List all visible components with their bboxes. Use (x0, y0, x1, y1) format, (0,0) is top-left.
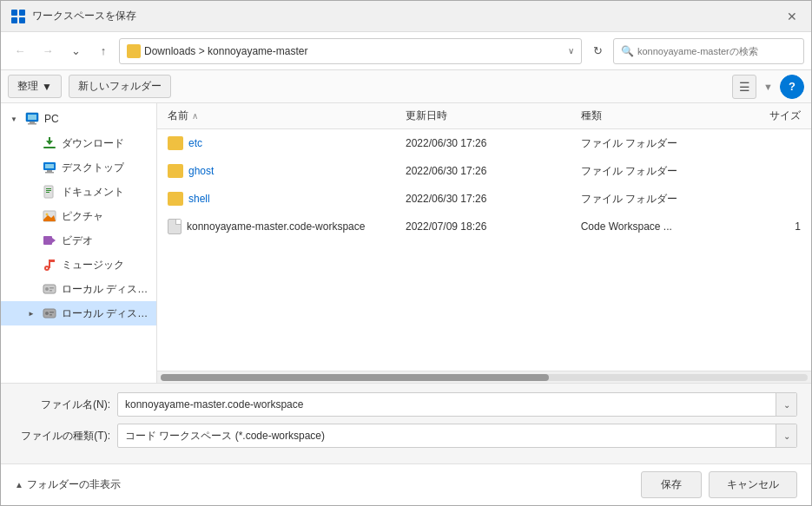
file-row-ghost[interactable]: ghost 2022/06/30 17:26 ファイル フォルダー (157, 157, 811, 185)
filename-dropdown-arrow[interactable]: ⌄ (776, 393, 796, 416)
refresh-button[interactable]: ↻ (585, 39, 610, 63)
folder-icon-shell (168, 192, 183, 206)
title-bar: ワークスペースを保存 ✕ (1, 1, 811, 32)
sidebar-label-download: ダウンロード (62, 136, 124, 151)
expand-icon-drive-d: ► (25, 307, 37, 319)
svg-rect-15 (46, 188, 51, 189)
desktop-icon (43, 161, 56, 174)
svg-rect-12 (47, 170, 52, 172)
file-type-shell: ファイル フォルダー (574, 192, 723, 207)
organize-button[interactable]: 整理 ▼ (8, 75, 62, 98)
svg-point-28 (45, 287, 49, 291)
sidebar-label-drive-c: ローカル ディスク (C (62, 282, 149, 297)
svg-rect-13 (45, 172, 54, 174)
pc-icon (25, 112, 39, 126)
file-list-body: etc 2022/06/30 17:26 ファイル フォルダー ghost 20… (157, 129, 811, 371)
main-area: ▼ PC ► (1, 103, 811, 383)
sidebar-item-drive-c[interactable]: ► ローカル ディスク (C (1, 277, 156, 301)
file-row-shell[interactable]: shell 2022/06/30 17:26 ファイル フォルダー (157, 185, 811, 213)
sidebar-label-pictures: ピクチャ (62, 209, 103, 224)
new-folder-button[interactable]: 新しいフォルダー (69, 75, 171, 98)
svg-rect-8 (43, 147, 56, 148)
address-bar: ← → ⌄ ↑ Downloads > konnoyayame-master ∨… (1, 32, 811, 70)
back-button[interactable]: ← (8, 39, 32, 63)
filetype-input-wrapper: ⌄ (117, 424, 797, 448)
download-icon (43, 136, 56, 150)
file-row-etc[interactable]: etc 2022/06/30 17:26 ファイル フォルダー (157, 129, 811, 157)
svg-rect-26 (50, 260, 55, 262)
forward-button[interactable]: → (36, 39, 60, 63)
search-input[interactable] (637, 46, 796, 56)
save-button[interactable]: 保存 (641, 471, 702, 498)
sidebar-item-drive-d[interactable]: ► ローカル ディスク (D (1, 301, 156, 325)
sidebar-label-drive-d: ローカル ディスク (D (62, 306, 149, 321)
docs-icon (43, 185, 56, 199)
cancel-button[interactable]: キャンセル (709, 471, 797, 498)
file-name-etc: etc (161, 136, 399, 150)
new-folder-label: 新しいフォルダー (78, 79, 162, 94)
svg-marker-22 (52, 238, 56, 243)
sidebar-label-videos: ビデオ (62, 233, 93, 248)
filename-input-wrapper: ⌄ (117, 392, 797, 417)
sidebar-label-docs: ドキュメント (62, 185, 124, 200)
col-header-name[interactable]: 名前 ∧ (161, 103, 399, 128)
dropdown-button[interactable]: ⌄ (63, 39, 88, 63)
file-size-workspace: 1 (722, 220, 808, 233)
file-list-area: 名前 ∧ 更新日時 種類 サイズ etc (157, 103, 811, 383)
help-icon: ? (789, 80, 795, 93)
view-button[interactable]: ☰ (732, 75, 756, 99)
help-button[interactable]: ? (780, 75, 804, 99)
svg-rect-30 (50, 290, 52, 292)
toggle-label: フォルダーの非表示 (27, 477, 121, 492)
filetype-row: ファイルの種類(T): ⌄ (15, 424, 797, 448)
filename-row: ファイル名(N): ⌄ (15, 392, 797, 417)
close-button[interactable]: ✕ (783, 8, 801, 25)
horizontal-scrollbar[interactable] (157, 371, 811, 383)
up-button[interactable]: ↑ (91, 39, 116, 63)
sidebar: ▼ PC ► (1, 103, 157, 383)
col-header-date[interactable]: 更新日時 (399, 103, 574, 128)
filetype-dropdown-arrow[interactable]: ⌄ (776, 424, 796, 447)
sidebar-item-download[interactable]: ► ダウンロード (1, 131, 156, 155)
svg-rect-3 (19, 17, 25, 23)
file-list-header: 名前 ∧ 更新日時 種類 サイズ (157, 103, 811, 129)
bottom-buttons: ▲ フォルダーの非表示 保存 キャンセル (1, 463, 811, 505)
toggle-icon: ▲ (15, 480, 23, 490)
filename-label: ファイル名(N): (15, 398, 110, 412)
svg-rect-6 (30, 122, 35, 123)
svg-rect-29 (50, 287, 54, 289)
svg-rect-33 (50, 312, 54, 313)
file-row-workspace[interactable]: konnoyayame-master.code-workspace 2022/0… (157, 213, 811, 240)
svg-rect-25 (49, 260, 50, 268)
sidebar-item-music[interactable]: ► ミュージック (1, 253, 156, 277)
app-icon (11, 10, 25, 23)
drive-d-icon (43, 306, 56, 320)
file-date-etc: 2022/06/30 17:26 (399, 137, 574, 149)
sidebar-item-pc[interactable]: ▼ PC (1, 107, 156, 131)
dialog-title: ワークスペースを保存 (32, 9, 783, 23)
search-icon: 🔍 (621, 45, 634, 57)
col-header-size[interactable]: サイズ (722, 103, 808, 128)
sidebar-label-pc: PC (44, 113, 59, 125)
sidebar-item-videos[interactable]: ► ビデオ (1, 228, 156, 253)
sidebar-label-desktop: デスクトップ (62, 161, 124, 175)
file-name-workspace: konnoyayame-master.code-workspace (161, 219, 399, 234)
toggle-folders-button[interactable]: ▲ フォルダーの非表示 (15, 477, 121, 492)
file-type-etc: ファイル フォルダー (574, 136, 723, 151)
col-header-type[interactable]: 種類 (574, 103, 723, 128)
view-icon: ☰ (739, 80, 750, 94)
filename-input[interactable] (118, 398, 776, 411)
file-icon-workspace (168, 219, 182, 234)
organize-arrow: ▼ (42, 81, 52, 93)
sidebar-item-docs[interactable]: ► ドキュメント (1, 180, 156, 204)
file-type-ghost: ファイル フォルダー (574, 164, 723, 179)
search-box[interactable]: 🔍 (613, 38, 804, 64)
scrollbar-thumb (161, 374, 549, 381)
address-box[interactable]: Downloads > konnoyayame-master ∨ (119, 38, 582, 64)
filetype-input[interactable] (118, 430, 776, 442)
save-workspace-dialog: ワークスペースを保存 ✕ ← → ⌄ ↑ Downloads > konnoya… (0, 0, 812, 506)
sidebar-item-pictures[interactable]: ► ピクチャ (1, 204, 156, 228)
sidebar-item-desktop[interactable]: ► デスクトップ (1, 155, 156, 180)
svg-marker-9 (46, 137, 53, 145)
filetype-label: ファイルの種類(T): (15, 429, 110, 444)
